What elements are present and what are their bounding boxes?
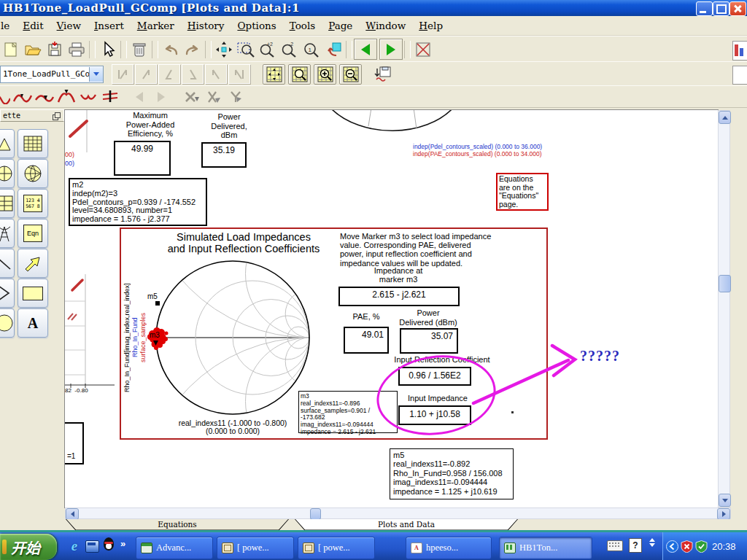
taskbar-item-hb1tone[interactable]: HB1Ton...: [499, 537, 592, 559]
circle-tool-icon[interactable]: [0, 308, 15, 338]
antenna-plot-icon[interactable]: [0, 219, 15, 248]
horizontal-scroll-thumb[interactable]: [310, 508, 321, 520]
chevron-down-icon[interactable]: [89, 67, 103, 82]
language-tray-icon[interactable]: [666, 540, 678, 553]
menu-help[interactable]: Help: [412, 18, 449, 34]
table-plot-icon[interactable]: 123 4 567 8: [18, 189, 48, 218]
smith-chart-icon[interactable]: [18, 159, 48, 188]
marker-m5-label[interactable]: m5: [147, 292, 158, 300]
keyboard-tray-icon[interactable]: [607, 540, 623, 551]
trace-marker-icon-2[interactable]: [34, 87, 55, 106]
polar-plot-icon[interactable]: [0, 159, 15, 188]
rectangle-shape-icon[interactable]: [18, 279, 48, 308]
smith-chart[interactable]: m3 m5: [121, 256, 325, 438]
start-button[interactable]: 开始: [0, 534, 57, 560]
rect-plot-icon[interactable]: [18, 129, 48, 158]
ie-quicklaunch-icon[interactable]: e: [67, 538, 82, 554]
zoom-out-icon[interactable]: -2: [279, 39, 301, 59]
maximize-button[interactable]: [713, 1, 729, 16]
export-data-icon[interactable]: [372, 64, 394, 84]
collapse-tray-icon[interactable]: [649, 538, 655, 547]
plot-canvas[interactable]: 00) 00) 82 -0.80 =1 Maximum Power-Added …: [64, 109, 719, 508]
trace-marker-icon-4[interactable]: [77, 87, 99, 106]
question-marks-annotation: ?????: [580, 348, 620, 365]
menu-history[interactable]: History: [181, 18, 231, 34]
line-tool-icon[interactable]: [0, 249, 15, 278]
marker-m3-label[interactable]: m3: [150, 331, 160, 339]
zoom-in-icon[interactable]: +2: [257, 39, 279, 59]
menu-bar: le Edit View Insert Marker History Optio…: [0, 16, 747, 36]
forward-icon[interactable]: [379, 39, 403, 60]
menu-insert[interactable]: Insert: [88, 18, 131, 34]
tab-equations[interactable]: Equations: [66, 519, 289, 531]
app-window: HB1Tone_LoadPull_GComp [Plots and Data]:…: [0, 0, 747, 560]
delete-icon[interactable]: [128, 39, 150, 59]
open-icon[interactable]: [22, 39, 44, 59]
line-marker-icon[interactable]: [99, 87, 121, 106]
quicklaunch-more-icon[interactable]: »: [120, 538, 125, 549]
undo-icon[interactable]: [160, 39, 182, 59]
print-icon[interactable]: [66, 39, 88, 59]
pointer-icon[interactable]: [97, 39, 119, 59]
palette-title-bar[interactable]: ette: [0, 109, 64, 122]
scroll-left-icon[interactable]: [66, 508, 79, 520]
trace-marker-icon-0[interactable]: [0, 87, 12, 106]
taskbar-item-power-2[interactable]: [ powe...: [298, 537, 375, 559]
marker-m5-symbol[interactable]: [155, 301, 160, 306]
push-page-icon[interactable]: [322, 39, 344, 59]
scroll-up-icon[interactable]: [719, 111, 731, 124]
minimize-button[interactable]: [696, 1, 713, 16]
list-plot-icon[interactable]: [0, 189, 15, 218]
close-page-icon[interactable]: [412, 39, 434, 59]
back-icon[interactable]: [354, 39, 377, 60]
horizontal-scrollbar[interactable]: [65, 508, 731, 519]
trace-marker-icon-3[interactable]: [55, 87, 77, 106]
zoom-out-grid-icon[interactable]: [339, 64, 362, 85]
page-tab-bar: Equations Plots and Data: [0, 519, 747, 530]
clock[interactable]: 20:38: [712, 541, 736, 552]
redo-icon[interactable]: [182, 39, 204, 59]
polyline-tool-icon[interactable]: [0, 279, 15, 308]
menu-page[interactable]: Page: [322, 18, 359, 34]
menu-window[interactable]: Window: [359, 18, 412, 34]
help-tray-icon[interactable]: ?: [629, 538, 642, 553]
menu-edit[interactable]: Edit: [16, 18, 50, 34]
zoom-in-grid-icon[interactable]: [314, 64, 336, 85]
max-pdel-value-box: 35.19: [201, 142, 247, 168]
menu-marker[interactable]: Marker: [131, 18, 181, 34]
title-bar[interactable]: HB1Tone_LoadPull_GComp [Plots and Data]:…: [0, 0, 747, 16]
vertical-scrollbar[interactable]: [718, 110, 730, 508]
scroll-down-icon[interactable]: [719, 494, 731, 507]
save-icon[interactable]: [44, 39, 66, 59]
close-button[interactable]: [729, 1, 746, 16]
taskbar-item-power-1[interactable]: [ powe...: [217, 537, 294, 559]
scroll-right-icon[interactable]: [717, 508, 730, 520]
menu-tools[interactable]: Tools: [283, 18, 322, 34]
arrow-shape-icon[interactable]: [18, 249, 48, 278]
new-icon[interactable]: [0, 39, 22, 59]
app-quicklaunch-icon[interactable]: [85, 540, 99, 553]
vertical-scroll-thumb[interactable]: [719, 275, 731, 292]
fit-view-icon[interactable]: [263, 64, 285, 85]
palette-dock-icon[interactable]: [53, 112, 61, 120]
security-ok-tray-icon[interactable]: [695, 540, 708, 553]
zoom-area-grid-icon[interactable]: [288, 64, 311, 85]
move-icon[interactable]: [213, 39, 235, 59]
taskbar-item-advanced[interactable]: Advanc...: [136, 537, 213, 559]
go-prev-fast-icon: [135, 64, 157, 84]
security-alert-tray-icon[interactable]: [681, 540, 693, 553]
equation-tool-icon[interactable]: Eqn: [18, 219, 48, 248]
trace-marker-icon-1[interactable]: [12, 87, 34, 106]
menu-view[interactable]: View: [50, 18, 88, 34]
menu-options[interactable]: Options: [231, 18, 282, 34]
zoom-area-icon[interactable]: [235, 39, 257, 59]
taskbar-item-hpeesofde[interactable]: A hpeeso...: [406, 537, 492, 559]
text-tool-icon[interactable]: A: [18, 308, 48, 338]
menu-file[interactable]: le: [0, 18, 16, 34]
tab-plots-and-data[interactable]: Plots and Data: [295, 519, 518, 531]
pdel-value-box: 35.07: [400, 328, 458, 354]
zoom-reset-icon[interactable]: 1: [301, 39, 322, 59]
design-combobox[interactable]: 1Tone_LoadPull_GComp: [0, 66, 104, 83]
qq-quicklaunch-icon[interactable]: [103, 537, 115, 552]
stack-plot-icon[interactable]: [0, 129, 15, 158]
